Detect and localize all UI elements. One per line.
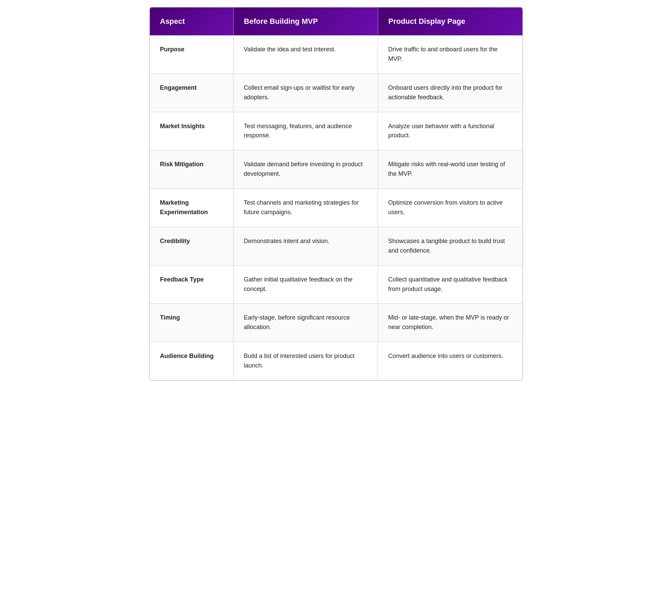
- cell-aspect: Engagement: [150, 73, 234, 112]
- cell-product-display: Showcases a tangible product to build tr…: [378, 227, 522, 265]
- header-before-mvp: Before Building MVP: [234, 7, 378, 35]
- table-row: Audience BuildingBuild a list of interes…: [150, 342, 522, 380]
- table-row: Feedback TypeGather initial qualitative …: [150, 265, 522, 304]
- cell-aspect: Market Insights: [150, 112, 234, 150]
- header-aspect: Aspect: [150, 7, 234, 35]
- cell-aspect: Timing: [150, 304, 234, 342]
- cell-before-mvp: Test channels and marketing strategies f…: [234, 189, 378, 227]
- cell-product-display: Onboard users directly into the product …: [378, 73, 522, 112]
- cell-product-display: Optimize conversion from visitors to act…: [378, 189, 522, 227]
- cell-before-mvp: Early-stage, before significant resource…: [234, 304, 378, 342]
- cell-product-display: Mitigate risks with real-world user test…: [378, 150, 522, 189]
- cell-before-mvp: Test messaging, features, and audience r…: [234, 112, 378, 150]
- cell-product-display: Convert audience into users or customers…: [378, 342, 522, 380]
- comparison-table: Aspect Before Building MVP Product Displ…: [149, 7, 523, 381]
- cell-before-mvp: Build a list of interested users for pro…: [234, 342, 378, 380]
- cell-aspect: Credibility: [150, 227, 234, 265]
- cell-aspect: Marketing Experimentation: [150, 189, 234, 227]
- cell-product-display: Mid- or late-stage, when the MVP is read…: [378, 304, 522, 342]
- cell-before-mvp: Gather initial qualitative feedback on t…: [234, 265, 378, 304]
- table-row: EngagementCollect email sign-ups or wait…: [150, 73, 522, 112]
- cell-before-mvp: Collect email sign-ups or waitlist for e…: [234, 73, 378, 112]
- header-product-display: Product Display Page: [378, 7, 522, 35]
- cell-product-display: Drive traffic to and onboard users for t…: [378, 35, 522, 73]
- table-row: PurposeValidate the idea and test intere…: [150, 35, 522, 73]
- table-row: Marketing ExperimentationTest channels a…: [150, 189, 522, 227]
- cell-aspect: Audience Building: [150, 342, 234, 380]
- table-row: Market InsightsTest messaging, features,…: [150, 112, 522, 150]
- cell-product-display: Collect quantitative and qualitative fee…: [378, 265, 522, 304]
- cell-aspect: Purpose: [150, 35, 234, 73]
- cell-product-display: Analyze user behavior with a functional …: [378, 112, 522, 150]
- cell-before-mvp: Validate the idea and test interest.: [234, 35, 378, 73]
- cell-before-mvp: Validate demand before investing in prod…: [234, 150, 378, 189]
- cell-aspect: Feedback Type: [150, 265, 234, 304]
- table-row: Risk MitigationValidate demand before in…: [150, 150, 522, 189]
- cell-before-mvp: Demonstrates intent and vision.: [234, 227, 378, 265]
- table-row: CredibilityDemonstrates intent and visio…: [150, 227, 522, 265]
- cell-aspect: Risk Mitigation: [150, 150, 234, 189]
- table-row: TimingEarly-stage, before significant re…: [150, 304, 522, 342]
